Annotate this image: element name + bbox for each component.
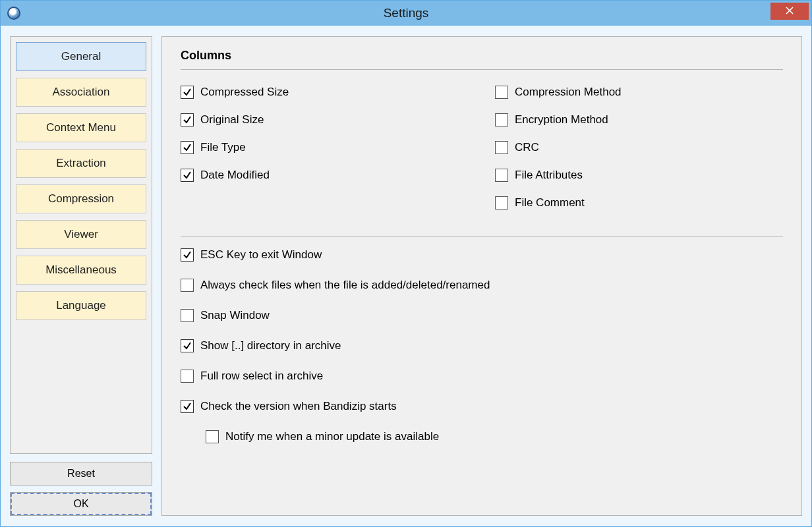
checkbox-file-comment[interactable]: [495, 196, 508, 209]
checkbox-label[interactable]: File Comment: [515, 196, 585, 209]
checkbox-row-crc: CRC: [495, 141, 783, 154]
columns-left: Compressed SizeOriginal SizeFile TypeDat…: [181, 86, 469, 224]
general-options: ESC Key to exit WindowAlways check files…: [181, 248, 783, 443]
tab-compression[interactable]: Compression: [16, 184, 146, 213]
checkbox-row-compression-method: Compression Method: [495, 86, 783, 99]
checkbox-esc-exit[interactable]: [181, 248, 194, 262]
columns-heading: Columns: [181, 49, 783, 63]
tab-extraction[interactable]: Extraction: [16, 149, 146, 178]
checkbox-row-original-size: Original Size: [181, 113, 469, 126]
titlebar: Settings: [1, 1, 811, 26]
tab-miscellaneous[interactable]: Miscellaneous: [16, 256, 146, 285]
tab-viewer[interactable]: Viewer: [16, 220, 146, 249]
checkbox-compression-method[interactable]: [495, 86, 508, 99]
tab-general[interactable]: General: [16, 42, 146, 71]
checkbox-row-esc-exit: ESC Key to exit Window: [181, 248, 783, 262]
checkbox-label[interactable]: Encryption Method: [515, 113, 608, 126]
checkbox-label[interactable]: ESC Key to exit Window: [200, 248, 322, 262]
checkbox-label[interactable]: Date Modified: [200, 169, 270, 182]
client-area: GeneralAssociationContext MenuExtraction…: [1, 26, 811, 526]
checkbox-row-watch-files: Always check files when the file is adde…: [181, 279, 783, 292]
checkbox-label[interactable]: Show [..] directory in archive: [200, 339, 341, 352]
tab-association[interactable]: Association: [16, 78, 146, 107]
checkbox-file-type[interactable]: [181, 141, 194, 154]
checkbox-row-check-version: Check the version when Bandizip starts: [181, 400, 783, 413]
tab-list: GeneralAssociationContext MenuExtraction…: [10, 36, 152, 454]
dialog-buttons: Reset OK: [10, 462, 152, 516]
checkbox-show-dotdot[interactable]: [181, 339, 194, 352]
divider: [181, 236, 783, 236]
checkbox-label[interactable]: CRC: [515, 141, 539, 154]
reset-button[interactable]: Reset: [10, 462, 152, 485]
checkbox-label[interactable]: Full row select in archive: [200, 370, 323, 383]
tab-context-menu[interactable]: Context Menu: [16, 113, 146, 142]
checkbox-check-version[interactable]: [181, 400, 194, 413]
close-icon: [786, 5, 794, 17]
checkbox-compressed-size[interactable]: [181, 86, 194, 99]
checkbox-row-file-type: File Type: [181, 141, 469, 154]
checkbox-row-date-modified: Date Modified: [181, 169, 469, 182]
columns-right: Compression MethodEncryption MethodCRCFi…: [495, 86, 783, 224]
checkbox-row-file-comment: File Comment: [495, 196, 783, 209]
checkbox-row-notify-minor: Notify me when a minor update is availab…: [206, 430, 783, 443]
checkbox-full-row-select[interactable]: [181, 370, 194, 383]
checkbox-label[interactable]: Check the version when Bandizip starts: [200, 400, 397, 413]
app-icon: [7, 7, 20, 20]
checkbox-crc[interactable]: [495, 141, 508, 154]
ok-button[interactable]: OK: [10, 492, 152, 516]
checkbox-row-full-row-select: Full row select in archive: [181, 370, 783, 383]
checkbox-label[interactable]: File Attributes: [515, 169, 583, 182]
checkbox-row-snap-window: Snap Window: [181, 309, 783, 322]
checkbox-label[interactable]: Always check files when the file is adde…: [200, 279, 490, 292]
checkbox-label[interactable]: Original Size: [200, 113, 264, 126]
divider: [181, 69, 783, 70]
general-panel: Columns Compressed SizeOriginal SizeFile…: [161, 36, 802, 516]
checkbox-label[interactable]: Compression Method: [515, 86, 622, 99]
checkbox-row-encryption-method: Encryption Method: [495, 113, 783, 126]
close-button[interactable]: [770, 3, 809, 20]
tab-language[interactable]: Language: [16, 291, 146, 320]
settings-window: Settings GeneralAssociationContext MenuE…: [0, 0, 812, 527]
checkbox-row-show-dotdot: Show [..] directory in archive: [181, 339, 783, 352]
checkbox-row-compressed-size: Compressed Size: [181, 86, 469, 99]
window-title: Settings: [384, 6, 429, 20]
checkbox-label[interactable]: Compressed Size: [200, 86, 289, 99]
columns-grid: Compressed SizeOriginal SizeFile TypeDat…: [181, 86, 783, 224]
checkbox-notify-minor[interactable]: [206, 430, 219, 443]
checkbox-original-size[interactable]: [181, 113, 194, 126]
checkbox-label[interactable]: File Type: [200, 141, 246, 154]
side-column: GeneralAssociationContext MenuExtraction…: [10, 36, 152, 516]
checkbox-row-file-attributes: File Attributes: [495, 169, 783, 182]
checkbox-label[interactable]: Notify me when a minor update is availab…: [225, 430, 439, 443]
checkbox-date-modified[interactable]: [181, 169, 194, 182]
checkbox-snap-window[interactable]: [181, 309, 194, 322]
checkbox-watch-files[interactable]: [181, 279, 194, 292]
checkbox-label[interactable]: Snap Window: [200, 309, 270, 322]
checkbox-encryption-method[interactable]: [495, 113, 508, 126]
checkbox-file-attributes[interactable]: [495, 169, 508, 182]
